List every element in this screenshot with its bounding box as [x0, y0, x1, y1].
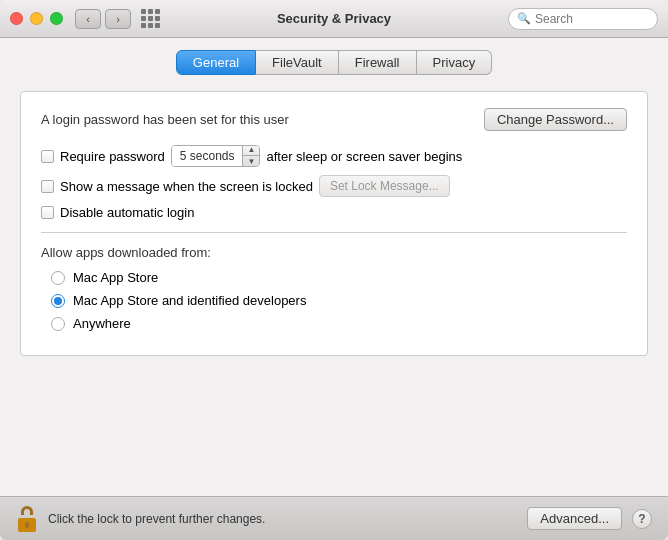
set-lock-message-button[interactable]: Set Lock Message... — [319, 175, 450, 197]
stepper-down-arrow[interactable]: ▼ — [243, 156, 259, 167]
search-box[interactable]: 🔍 — [508, 8, 658, 30]
tab-filevault[interactable]: FileVault — [256, 50, 339, 75]
lock-icon[interactable] — [16, 506, 38, 532]
show-message-row: Show a message when the screen is locked… — [41, 175, 627, 197]
search-input[interactable] — [535, 12, 649, 26]
help-button[interactable]: ? — [632, 509, 652, 529]
disable-autologin-checkbox[interactable] — [41, 206, 54, 219]
close-button[interactable] — [10, 12, 23, 25]
search-icon: 🔍 — [517, 12, 531, 25]
radio-anywhere-label: Anywhere — [73, 316, 131, 331]
titlebar: ‹ › Security & Privacy 🔍 — [0, 0, 668, 38]
tab-general[interactable]: General — [176, 50, 256, 75]
allow-apps-label: Allow apps downloaded from: — [41, 245, 627, 260]
login-password-row: A login password has been set for this u… — [41, 108, 627, 131]
lock-text: Click the lock to prevent further change… — [48, 512, 517, 526]
stepper-arrows[interactable]: ▲ ▼ — [243, 145, 259, 167]
tab-privacy[interactable]: Privacy — [417, 50, 493, 75]
forward-button[interactable]: › — [105, 9, 131, 29]
back-button[interactable]: ‹ — [75, 9, 101, 29]
login-password-text: A login password has been set for this u… — [41, 112, 289, 127]
radio-mac-app-store[interactable] — [51, 271, 65, 285]
main-content: General FileVault Firewall Privacy A log… — [0, 38, 668, 496]
lock-body — [18, 518, 36, 532]
traffic-lights — [10, 12, 63, 25]
lock-keyhole — [25, 522, 29, 528]
stepper-value: 5 seconds — [172, 145, 244, 167]
divider — [41, 232, 627, 233]
lock-shackle — [21, 506, 33, 515]
tab-firewall[interactable]: Firewall — [339, 50, 417, 75]
show-message-checkbox[interactable] — [41, 180, 54, 193]
show-message-label: Show a message when the screen is locked — [60, 179, 313, 194]
radio-mac-app-store-identified-row: Mac App Store and identified developers — [51, 293, 627, 308]
grid-icon[interactable] — [141, 9, 161, 29]
radio-mac-app-store-identified[interactable] — [51, 294, 65, 308]
tabs: General FileVault Firewall Privacy — [20, 50, 648, 75]
radio-mac-app-store-row: Mac App Store — [51, 270, 627, 285]
window-title: Security & Privacy — [277, 11, 391, 26]
nav-buttons: ‹ › — [75, 9, 131, 29]
password-delay-stepper[interactable]: 5 seconds ▲ ▼ — [171, 145, 261, 167]
radio-mac-app-store-label: Mac App Store — [73, 270, 158, 285]
radio-inner-dot — [54, 297, 62, 305]
after-sleep-label: after sleep or screen saver begins — [266, 149, 462, 164]
general-panel: A login password has been set for this u… — [20, 91, 648, 356]
disable-autologin-label: Disable automatic login — [60, 205, 194, 220]
advanced-button[interactable]: Advanced... — [527, 507, 622, 530]
require-password-checkbox[interactable] — [41, 150, 54, 163]
radio-anywhere-row: Anywhere — [51, 316, 627, 331]
radio-anywhere[interactable] — [51, 317, 65, 331]
maximize-button[interactable] — [50, 12, 63, 25]
stepper-up-arrow[interactable]: ▲ — [243, 145, 259, 156]
radio-mac-app-store-identified-label: Mac App Store and identified developers — [73, 293, 306, 308]
bottombar: Click the lock to prevent further change… — [0, 496, 668, 540]
require-password-row: Require password 5 seconds ▲ ▼ after sle… — [41, 145, 627, 167]
disable-autologin-row: Disable automatic login — [41, 205, 627, 220]
change-password-button[interactable]: Change Password... — [484, 108, 627, 131]
minimize-button[interactable] — [30, 12, 43, 25]
require-password-label: Require password — [60, 149, 165, 164]
